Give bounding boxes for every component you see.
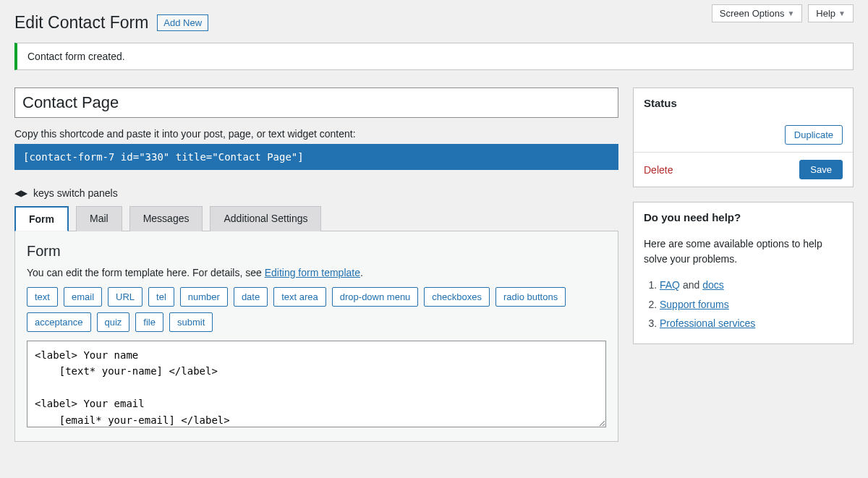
help-box: Do you need help? Here are some availabl… (633, 202, 854, 344)
help-button[interactable]: Help ▼ (808, 4, 854, 22)
screen-options-button[interactable]: Screen Options ▼ (712, 4, 803, 22)
duplicate-button[interactable]: Duplicate (785, 125, 843, 145)
help-intro: Here are some available options to help … (644, 236, 843, 267)
tabs: Form Mail Messages Additional Settings (14, 206, 618, 231)
form-template-textarea[interactable]: <label> Your name [text* your-name] </la… (27, 341, 606, 427)
tag-tel-button[interactable]: tel (148, 287, 174, 307)
status-heading: Status (634, 88, 853, 118)
add-new-button[interactable]: Add New (157, 14, 208, 31)
help-item-professional: Professional services (660, 314, 843, 333)
tag-dropdown-button[interactable]: drop-down menu (332, 287, 419, 307)
tag-radio-button[interactable]: radio buttons (495, 287, 566, 307)
tab-form[interactable]: Form (14, 206, 69, 231)
form-panel-heading: Form (27, 243, 606, 260)
save-button[interactable]: Save (799, 160, 843, 179)
page-title: Edit Contact Form (14, 13, 148, 33)
keys-hint: ◀▶ keys switch panels (14, 187, 618, 199)
notice-text: Contact form created. (27, 51, 125, 62)
form-panel: Form You can edit the form template here… (14, 231, 618, 442)
help-label: Help (816, 8, 835, 19)
docs-link[interactable]: docs (702, 279, 724, 291)
tag-number-button[interactable]: number (180, 287, 228, 307)
tab-messages[interactable]: Messages (129, 206, 203, 231)
tag-email-button[interactable]: email (64, 287, 102, 307)
tag-url-button[interactable]: URL (108, 287, 142, 307)
tag-quiz-button[interactable]: quiz (97, 312, 130, 332)
professional-services-link[interactable]: Professional services (660, 317, 755, 329)
delete-link[interactable]: Delete (644, 164, 673, 176)
tag-submit-button[interactable]: submit (169, 312, 213, 332)
editing-template-link[interactable]: Editing form template (265, 267, 360, 278)
faq-link[interactable]: FAQ (660, 279, 680, 291)
notice-success: Contact form created. (14, 43, 854, 70)
tag-acceptance-button[interactable]: acceptance (27, 312, 91, 332)
chevron-down-icon: ▼ (838, 9, 846, 17)
tag-buttons-row: text email URL tel number date text area… (27, 287, 606, 332)
shortcode-label: Copy this shortcode and paste it into yo… (14, 128, 618, 140)
screen-options-label: Screen Options (720, 8, 785, 19)
chevron-down-icon: ▼ (787, 9, 794, 17)
shortcode-field[interactable] (14, 144, 618, 170)
tag-text-button[interactable]: text (27, 287, 58, 307)
form-title-input[interactable] (14, 88, 618, 118)
support-forums-link[interactable]: Support forums (660, 299, 729, 310)
help-list: FAQ and docs Support forums Professional… (644, 276, 843, 333)
status-box: Status Duplicate Delete Save (633, 88, 854, 187)
tab-additional-settings[interactable]: Additional Settings (210, 206, 321, 231)
tag-textarea-button[interactable]: text area (273, 287, 326, 307)
help-item-faq: FAQ and docs (660, 276, 843, 295)
tag-checkboxes-button[interactable]: checkboxes (424, 287, 490, 307)
tab-mail[interactable]: Mail (76, 206, 122, 231)
help-item-support: Support forums (660, 295, 843, 315)
arrows-icon: ◀▶ (14, 188, 27, 198)
form-panel-desc: You can edit the form template here. For… (27, 267, 606, 278)
help-heading: Do you need help? (634, 202, 853, 232)
tag-file-button[interactable]: file (135, 312, 163, 332)
tag-date-button[interactable]: date (234, 287, 268, 307)
keys-hint-text: keys switch panels (33, 187, 118, 199)
